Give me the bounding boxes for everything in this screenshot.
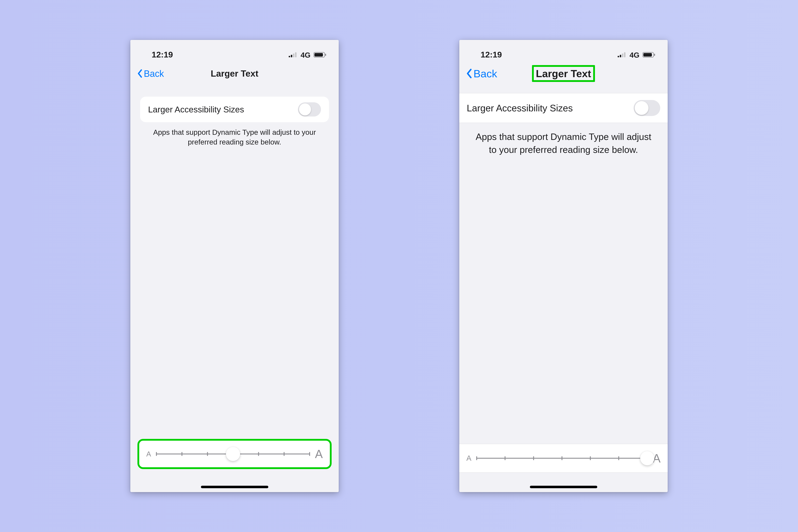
- toggle-label: Larger Accessibility Sizes: [148, 104, 244, 114]
- footnote-text: Apps that support Dynamic Type will adju…: [459, 123, 668, 156]
- signal-icon: [289, 52, 298, 58]
- network-label: 4G: [301, 51, 310, 59]
- footnote-text: Apps that support Dynamic Type will adju…: [140, 122, 329, 147]
- slider-knob[interactable]: [640, 451, 654, 465]
- slider-min-label: A: [146, 450, 151, 458]
- page-title: Larger Text: [209, 68, 261, 79]
- svg-rect-13: [654, 54, 655, 56]
- battery-icon: [643, 52, 655, 58]
- status-time: 12:19: [152, 50, 173, 59]
- nav-bar: Back Larger Text: [459, 61, 668, 86]
- home-indicator[interactable]: [530, 486, 597, 488]
- larger-accessibility-sizes-toggle[interactable]: [633, 100, 660, 116]
- status-right: 4G: [618, 51, 655, 59]
- status-time: 12:19: [480, 50, 502, 59]
- back-label: Back: [144, 68, 164, 79]
- svg-rect-0: [289, 56, 290, 57]
- chevron-left-icon: [137, 69, 142, 78]
- svg-rect-10: [624, 52, 625, 57]
- page-title: Larger Text: [532, 65, 595, 82]
- slider-max-label: A: [315, 447, 323, 461]
- svg-rect-1: [291, 55, 292, 57]
- svg-rect-9: [622, 54, 623, 57]
- text-size-slider[interactable]: [477, 451, 647, 465]
- svg-rect-7: [618, 56, 619, 57]
- svg-rect-12: [643, 53, 652, 57]
- back-button[interactable]: Back: [137, 68, 164, 79]
- settings-group: Larger Accessibility Sizes: [459, 93, 668, 123]
- status-bar: 12:19 4G: [130, 40, 339, 61]
- chevron-left-icon: [467, 69, 472, 79]
- slider-min-label: A: [467, 454, 471, 462]
- canvas: 12:19 4G Back Larger Text Larger Ac: [0, 0, 798, 532]
- slider-knob[interactable]: [226, 447, 240, 461]
- status-bar: 12:19 4G: [459, 40, 668, 61]
- larger-accessibility-sizes-row[interactable]: Larger Accessibility Sizes: [459, 93, 668, 123]
- back-button[interactable]: Back: [467, 68, 497, 80]
- svg-rect-3: [295, 52, 297, 57]
- content-area: Larger Accessibility Sizes Apps that sup…: [130, 97, 339, 147]
- nav-bar: Back Larger Text: [130, 61, 339, 86]
- toggle-label: Larger Accessibility Sizes: [467, 103, 573, 114]
- network-label: 4G: [629, 51, 640, 59]
- svg-rect-2: [293, 54, 294, 57]
- svg-rect-5: [315, 53, 323, 57]
- back-label: Back: [474, 68, 497, 80]
- signal-icon: [618, 52, 627, 58]
- status-right: 4G: [289, 51, 326, 59]
- text-size-slider-panel: A A: [459, 444, 668, 473]
- phone-left: 12:19 4G Back Larger Text Larger Ac: [130, 40, 339, 492]
- larger-accessibility-sizes-row[interactable]: Larger Accessibility Sizes: [140, 97, 329, 122]
- content-area: Larger Accessibility Sizes Apps that sup…: [459, 93, 668, 156]
- text-size-slider[interactable]: [156, 447, 310, 461]
- larger-accessibility-sizes-toggle[interactable]: [298, 102, 321, 116]
- text-size-slider-panel: A A: [137, 439, 331, 469]
- svg-rect-8: [620, 55, 621, 57]
- svg-rect-6: [325, 54, 326, 56]
- settings-group: Larger Accessibility Sizes: [140, 97, 329, 122]
- battery-icon: [314, 52, 326, 58]
- phone-right: 12:19 4G Back Larger Text Larger Ac: [459, 40, 668, 492]
- home-indicator[interactable]: [201, 486, 268, 488]
